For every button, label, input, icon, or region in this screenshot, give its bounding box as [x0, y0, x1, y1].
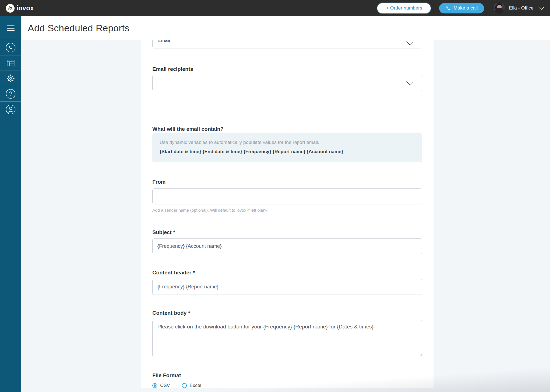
content-body-textarea[interactable]: Please click on the download button for … — [152, 320, 422, 357]
file-format-options: CSV Excel — [152, 383, 422, 388]
iovox-logo-monogram-icon: io — [6, 4, 15, 13]
user-menu-chevron-icon[interactable] — [538, 6, 545, 10]
radio-csv[interactable]: CSV — [152, 383, 170, 388]
section-divider — [152, 106, 422, 106]
order-numbers-button[interactable]: + Order numbers — [377, 3, 431, 13]
make-call-button[interactable]: Make a call — [439, 3, 484, 13]
content-body-label: Content body * — [152, 310, 422, 316]
page-title: Add Scheduled Reports — [28, 23, 129, 34]
table-icon — [6, 58, 16, 68]
help-icon — [5, 88, 16, 99]
info-variables-text: {Start date & time} {End date & time} {F… — [160, 149, 415, 155]
form-panel: Email Email recipients — [141, 40, 434, 388]
page-header: Add Scheduled Reports — [21, 16, 550, 40]
topbar: io iovox + Order numbers Make a call Ell… — [0, 0, 550, 16]
radio-button-icon — [152, 383, 157, 388]
gear-icon — [5, 73, 16, 84]
sidebar — [0, 16, 21, 392]
subject-label: Subject * — [152, 229, 422, 235]
sidebar-item-reports[interactable] — [0, 55, 21, 71]
radio-excel[interactable]: Excel — [182, 383, 201, 388]
sidebar-item-menu[interactable] — [0, 16, 21, 40]
email-contain-heading: What will the email contain? — [152, 126, 422, 132]
dynamic-variables-info: Use dynamic variables to automatically p… — [152, 133, 422, 162]
delivery-method-select[interactable]: Email — [152, 40, 422, 48]
from-label: From — [152, 179, 422, 185]
from-input[interactable] — [152, 188, 422, 204]
sidebar-item-help[interactable] — [0, 86, 21, 102]
delivery-method-value: Email — [157, 40, 170, 43]
radio-excel-label: Excel — [190, 383, 201, 388]
content-header-label: Content header * — [152, 270, 422, 276]
from-helper-text: Add a sender name (optional). Will defau… — [152, 208, 422, 213]
chevron-down-icon — [406, 81, 414, 85]
sidebar-item-profile[interactable] — [0, 102, 21, 117]
radio-button-icon — [182, 383, 187, 388]
email-recipients-label: Email recipients — [152, 66, 422, 72]
sidebar-item-settings[interactable] — [0, 71, 21, 86]
content: Email Email recipients — [21, 40, 550, 392]
radio-csv-label: CSV — [160, 383, 170, 388]
user-name: Ella - Office — [509, 5, 533, 11]
iovox-logo[interactable]: io iovox — [6, 4, 34, 13]
brand-name: iovox — [17, 4, 34, 12]
subject-input[interactable] — [152, 238, 422, 254]
phone-icon — [446, 6, 451, 11]
chevron-down-icon — [406, 41, 414, 45]
profile-icon — [5, 104, 16, 115]
file-format-label: File Format — [152, 372, 422, 379]
menu-icon — [7, 24, 15, 32]
user-avatar[interactable] — [494, 3, 505, 14]
sidebar-item-calls[interactable] — [0, 40, 21, 55]
email-recipients-select[interactable] — [152, 75, 422, 91]
info-hint-text: Use dynamic variables to automatically p… — [160, 140, 415, 145]
phone-circle-icon — [5, 42, 16, 53]
content-header-input[interactable] — [152, 279, 422, 295]
